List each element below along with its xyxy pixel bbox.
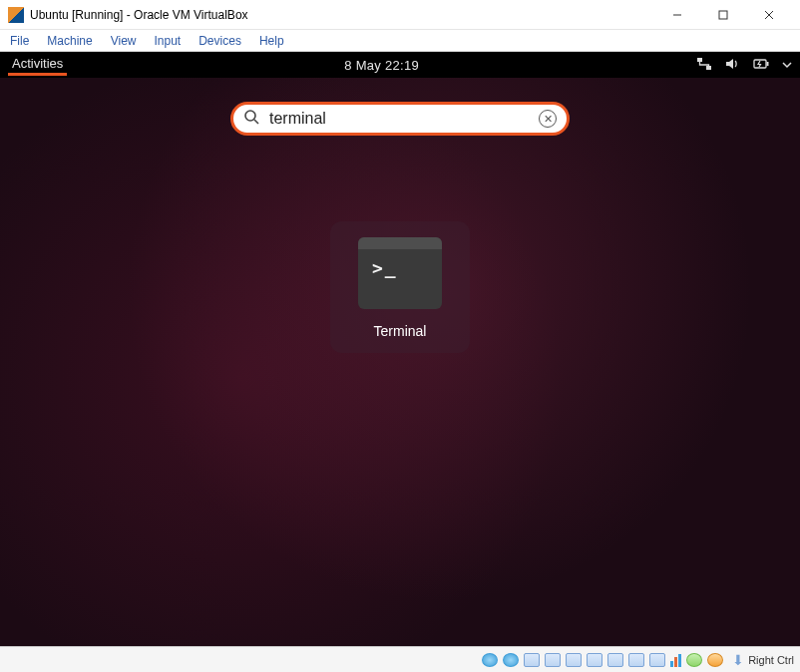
menu-input[interactable]: Input <box>155 34 182 48</box>
search-input[interactable] <box>269 110 529 128</box>
host-key-arrow-icon: ⬇ <box>732 652 744 668</box>
virtualbox-icon <box>8 7 24 23</box>
terminal-app-icon: >_ <box>358 237 442 309</box>
clock[interactable]: 8 May 22:19 <box>67 58 696 73</box>
network-wired-icon <box>696 57 712 74</box>
svg-rect-4 <box>697 58 702 62</box>
optical-drive-icon[interactable] <box>482 653 498 667</box>
gnome-top-bar: Activities 8 May 22:19 <box>0 52 800 78</box>
minimize-button[interactable] <box>654 0 700 30</box>
activity-bars-icon <box>670 653 681 667</box>
svg-line-9 <box>254 120 258 124</box>
close-button[interactable] <box>746 0 792 30</box>
window-title: Ubuntu [Running] - Oracle VM VirtualBox <box>30 8 654 22</box>
app-result-label: Terminal <box>330 323 470 339</box>
menu-view[interactable]: View <box>111 34 137 48</box>
activities-button[interactable]: Activities <box>8 54 67 76</box>
virtualbox-titlebar: Ubuntu [Running] - Oracle VM VirtualBox <box>0 0 800 30</box>
system-status-area[interactable] <box>696 57 792 74</box>
menu-machine[interactable]: Machine <box>47 34 92 48</box>
menu-devices[interactable]: Devices <box>199 34 241 48</box>
network-icon[interactable] <box>545 653 561 667</box>
search-results: >_ Terminal <box>330 221 470 353</box>
search-field[interactable]: ✕ <box>230 102 570 136</box>
usb-icon[interactable] <box>566 653 582 667</box>
shared-folders-icon[interactable] <box>587 653 602 667</box>
mouse-integration-icon[interactable] <box>707 653 723 667</box>
clear-search-icon[interactable]: ✕ <box>539 110 557 128</box>
hard-disk-icon[interactable] <box>503 653 519 667</box>
chevron-down-icon <box>782 58 792 73</box>
display-icon[interactable] <box>607 653 623 667</box>
activities-search: ✕ <box>230 102 570 136</box>
host-key-indicator[interactable]: ⬇ Right Ctrl <box>732 652 794 668</box>
audio-icon[interactable] <box>524 653 540 667</box>
svg-rect-7 <box>767 62 769 66</box>
svg-point-8 <box>245 111 255 121</box>
battery-charging-icon <box>752 58 770 73</box>
host-key-label: Right Ctrl <box>748 654 794 666</box>
recording-icon[interactable] <box>628 653 644 667</box>
virtualbox-menubar: File Machine View Input Devices Help <box>0 30 800 52</box>
menu-file[interactable]: File <box>10 34 29 48</box>
volume-icon <box>724 57 740 74</box>
svg-rect-1 <box>719 11 727 19</box>
cpu-icon[interactable] <box>649 653 665 667</box>
svg-rect-5 <box>706 66 711 70</box>
menu-help[interactable]: Help <box>259 34 284 48</box>
guest-additions-icon[interactable] <box>686 653 702 667</box>
maximize-button[interactable] <box>700 0 746 30</box>
search-icon <box>243 109 259 129</box>
app-result-terminal[interactable]: >_ Terminal <box>330 221 470 353</box>
guest-display: Activities 8 May 22:19 ✕ <box>0 52 800 646</box>
virtualbox-statusbar: ⬇ Right Ctrl <box>0 646 800 672</box>
